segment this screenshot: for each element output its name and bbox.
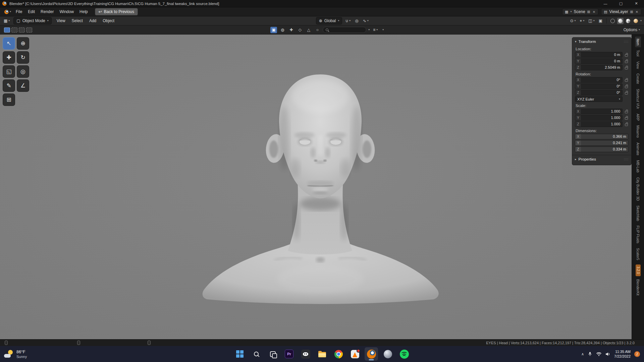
visibility-dropdown[interactable]: ⊙ ▾ bbox=[569, 18, 577, 24]
chrome-button[interactable] bbox=[332, 347, 345, 361]
shading-options-chevron[interactable]: ▾ bbox=[640, 19, 642, 22]
filter-mesh-icon[interactable]: ○ bbox=[314, 27, 321, 33]
blender-menu-button[interactable]: ▾ bbox=[3, 9, 13, 15]
new-scene-icon[interactable]: ⊞ bbox=[587, 10, 590, 14]
menu-object[interactable]: Object bbox=[100, 17, 117, 24]
close-button[interactable]: ✕ bbox=[629, 0, 644, 7]
select-mode-subtract[interactable] bbox=[19, 27, 25, 33]
tab-shortcut-vur[interactable]: Shortcut VUr bbox=[635, 87, 641, 111]
hidden-icons-chevron[interactable]: ∧ bbox=[581, 352, 584, 356]
menu-render[interactable]: Render bbox=[38, 8, 56, 15]
search-input[interactable] bbox=[330, 28, 363, 32]
proportional-editing-toggle[interactable]: ◎ bbox=[354, 18, 360, 24]
panel-grip-icon[interactable]: :::: bbox=[624, 40, 629, 43]
new-view-layer-icon[interactable]: ⊞ bbox=[630, 10, 633, 14]
overlays-dropdown[interactable]: ◫ ▾ bbox=[587, 18, 596, 24]
taskbar-clock[interactable]: 11:35 AM 7/22/2022 bbox=[614, 349, 631, 359]
scene-selector[interactable]: ▦ ▾ Scene ⊞ ✕ bbox=[562, 8, 598, 15]
transform-tool[interactable]: ◎ bbox=[17, 65, 29, 78]
filter-camera-icon[interactable]: ◇ bbox=[297, 27, 303, 33]
filter-restrict-icon[interactable]: ▣ bbox=[270, 27, 277, 33]
lock-rotation-z[interactable] bbox=[624, 91, 629, 95]
minimize-button[interactable]: — bbox=[598, 0, 613, 7]
location-y-field[interactable]: Y 0 m bbox=[575, 58, 623, 64]
add-cube-tool[interactable]: ⊞ bbox=[3, 94, 15, 106]
lock-rotation-y[interactable] bbox=[624, 84, 629, 88]
panel-grip-icon[interactable]: :::: bbox=[624, 158, 629, 161]
tab-blenderkit[interactable]: BlenderKit bbox=[635, 277, 641, 297]
tab-scater5[interactable]: Scater5 bbox=[635, 246, 641, 262]
move-tool[interactable]: ✚ bbox=[3, 51, 15, 64]
properties-panel-header[interactable]: ▸ Properties :::: bbox=[572, 155, 631, 163]
measure-tool[interactable]: ∠ bbox=[17, 79, 29, 92]
badged-app-button[interactable] bbox=[348, 347, 362, 361]
view-layer-selector[interactable]: ▤ ViewLayer ⊞ ✕ bbox=[601, 8, 641, 15]
search-field[interactable] bbox=[323, 27, 366, 33]
tab-arp[interactable]: ARP bbox=[635, 112, 641, 123]
location-z-field[interactable]: Z 2.5049 m bbox=[575, 65, 623, 70]
lock-location-x[interactable] bbox=[624, 53, 629, 57]
sphere-app-button[interactable] bbox=[381, 347, 394, 361]
cursor-tool[interactable]: ⊕ bbox=[17, 37, 29, 50]
tab-mixamo[interactable]: Mixamo bbox=[635, 123, 641, 140]
xray-toggle[interactable]: ▣ bbox=[597, 18, 604, 24]
select-mode-invert[interactable] bbox=[26, 27, 32, 33]
premiere-pro-button[interactable]: Pr bbox=[282, 347, 296, 361]
scale-x-field[interactable]: X 1.000 bbox=[575, 109, 623, 114]
tab-tool[interactable]: Tool bbox=[635, 48, 641, 58]
transform-orientation-dropdown[interactable]: ⊕ Global ▾ bbox=[316, 17, 342, 24]
menu-help[interactable]: Help bbox=[77, 8, 91, 15]
shading-material-button[interactable] bbox=[625, 18, 631, 24]
start-button[interactable] bbox=[233, 347, 247, 361]
menu-window[interactable]: Window bbox=[57, 8, 76, 15]
notification-count-badge[interactable]: 2 bbox=[634, 351, 640, 357]
rotation-x-field[interactable]: X 0° bbox=[575, 77, 623, 83]
tab-animate[interactable]: Animate bbox=[635, 140, 641, 158]
file-explorer-button[interactable] bbox=[315, 347, 329, 361]
taskbar-search-button[interactable] bbox=[250, 347, 263, 361]
remove-view-layer-icon[interactable]: ✕ bbox=[635, 10, 639, 14]
shading-solid-button[interactable] bbox=[617, 18, 624, 24]
tab-city-builder-3d[interactable]: City Builder 3D bbox=[635, 175, 641, 203]
scale-tool[interactable]: ◱ bbox=[3, 65, 15, 78]
select-mode-set[interactable] bbox=[4, 27, 10, 33]
filter-dropdown[interactable]: ▾ bbox=[381, 28, 385, 32]
microphone-icon[interactable] bbox=[588, 352, 592, 356]
search-options-chevron[interactable]: ▾ bbox=[368, 28, 370, 31]
task-view-button[interactable] bbox=[266, 347, 279, 361]
unlink-scene-icon[interactable]: ✕ bbox=[592, 10, 596, 14]
3d-viewport[interactable]: ↖ ⊕ ✚ ↻ ◱ ◎ ✎ ∠ ⊞ ▾ Transform :::: Locat… bbox=[0, 35, 644, 339]
tab-mb-lab[interactable]: MB-Lab bbox=[635, 158, 641, 175]
blender-taskbar-button[interactable] bbox=[365, 347, 378, 361]
tab-sketchfab[interactable]: Sketchfab bbox=[635, 203, 641, 223]
wifi-icon[interactable] bbox=[596, 352, 602, 356]
transform-panel-header[interactable]: ▾ Transform :::: bbox=[572, 38, 631, 46]
menu-select[interactable]: Select bbox=[69, 17, 86, 24]
lock-scale-z[interactable] bbox=[624, 122, 629, 126]
snap-toggle[interactable]: ∪ ▾ bbox=[344, 18, 352, 24]
discord-button[interactable] bbox=[299, 347, 312, 361]
shading-wireframe-button[interactable] bbox=[609, 18, 616, 24]
menu-view[interactable]: View bbox=[54, 17, 68, 24]
rotation-y-field[interactable]: Y 0° bbox=[575, 83, 623, 89]
rotation-z-field[interactable]: Z 0° bbox=[575, 90, 623, 96]
shading-rendered-button[interactable] bbox=[633, 18, 639, 24]
proportional-falloff-dropdown[interactable]: ∿ ▾ bbox=[362, 18, 370, 24]
filter-light-icon[interactable]: ✚ bbox=[288, 27, 294, 33]
dimensions-y-field[interactable]: Y 0.241 m bbox=[575, 140, 629, 146]
tab-view[interactable]: View bbox=[635, 59, 641, 71]
lock-rotation-x[interactable] bbox=[624, 78, 629, 82]
gizmos-dropdown[interactable]: ⌖ ▾ bbox=[579, 18, 586, 24]
lock-location-y[interactable] bbox=[624, 59, 629, 63]
tab-flip-fluids[interactable]: FLIP Fluids bbox=[635, 224, 641, 245]
head-model[interactable] bbox=[0, 35, 644, 339]
filter-empty-icon[interactable]: △ bbox=[305, 27, 312, 33]
rotation-mode-dropdown[interactable]: XYZ Euler ▾ bbox=[575, 96, 623, 102]
select-box-tool[interactable]: ↖ bbox=[3, 37, 15, 50]
scale-y-field[interactable]: Y 1.000 bbox=[575, 115, 623, 121]
lock-scale-x[interactable] bbox=[624, 110, 629, 113]
tab-create[interactable]: Create bbox=[635, 71, 641, 86]
weather-widget[interactable]: 86°F Sunny bbox=[0, 346, 77, 362]
restore-button[interactable]: ▢ bbox=[613, 0, 629, 7]
options-label[interactable]: Options bbox=[624, 27, 637, 32]
